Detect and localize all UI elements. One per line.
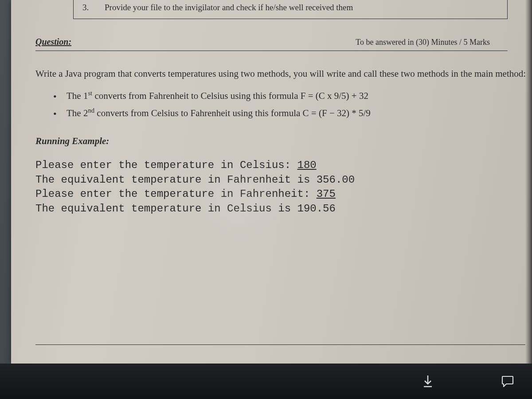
bullet-item-2: The 2nd converts from Celsius to Fahrenh… bbox=[53, 105, 532, 122]
bullet-item-1: The 1st converts from Fahrenheit to Cels… bbox=[53, 87, 532, 105]
bottom-toolbar bbox=[0, 364, 532, 399]
code-output: Please enter the temperature in Celsius:… bbox=[35, 158, 532, 216]
comment-button[interactable] bbox=[499, 372, 516, 390]
running-example-label: Running Example: bbox=[35, 136, 532, 147]
document-page: 3.Provide your file to the invigilator a… bbox=[11, 0, 532, 364]
bullet-list: The 1st converts from Fahrenheit to Cels… bbox=[53, 87, 532, 123]
intro-paragraph: Write a Java program that converts tempe… bbox=[35, 66, 532, 81]
bottom-divider bbox=[35, 344, 525, 345]
time-marks-label: To be answered in (30) Minutes / 5 Marks bbox=[356, 38, 508, 47]
question-header-row: Question: To be answered in (30) Minutes… bbox=[35, 37, 508, 51]
instruction-box: 3.Provide your file to the invigilator a… bbox=[73, 0, 508, 19]
page-right-shadow bbox=[525, 0, 532, 364]
arrow-down-icon bbox=[422, 375, 434, 388]
question-label: Question: bbox=[35, 37, 71, 47]
comment-icon bbox=[501, 375, 514, 387]
scroll-down-button[interactable] bbox=[419, 372, 437, 390]
instruction-text: Provide your file to the invigilator and… bbox=[105, 3, 353, 12]
instruction-number: 3. bbox=[82, 3, 105, 12]
question-content: Write a Java program that converts tempe… bbox=[35, 66, 532, 216]
